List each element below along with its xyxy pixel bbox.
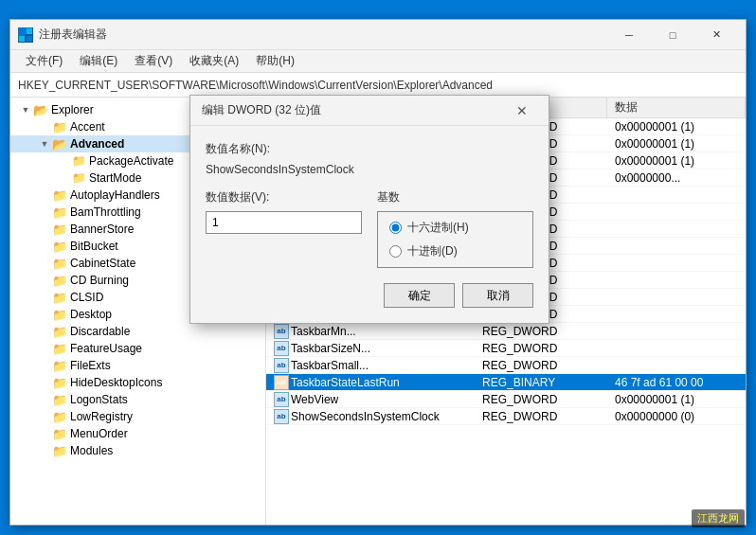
edit-dword-dialog: 编辑 DWORD (32 位)值 ✕ 数值名称(N): ShowSecondsI… [189, 95, 549, 324]
radix-col: 基数 十六进制(H) 十进制(D) [377, 189, 533, 268]
watermark: 江西龙网 [692, 509, 745, 527]
dialog-title: 编辑 DWORD (32 位)值 [202, 102, 507, 118]
value-name-label: 数值名称(N): [206, 141, 533, 157]
dec-radio-text: 十进制(D) [407, 243, 458, 259]
value-name-display: ShowSecondsInSystemClock [206, 163, 533, 176]
dec-radio-label[interactable]: 十进制(D) [389, 243, 521, 259]
value-data-input[interactable] [206, 211, 362, 234]
radix-label: 基数 [377, 189, 533, 205]
dialog-close-button[interactable]: ✕ [507, 98, 537, 124]
hex-radio-label[interactable]: 十六进制(H) [389, 220, 521, 236]
value-data-col: 数值数据(V): [206, 189, 362, 268]
radix-radio-group: 十六进制(H) 十进制(D) [377, 211, 533, 268]
dialog-content: 数值名称(N): ShowSecondsInSystemClock 数值数据(V… [190, 126, 549, 323]
input-row: 数值数据(V): 基数 十六进制(H) 十进制(D) [206, 189, 533, 268]
dialog-buttons: 确定 取消 [206, 283, 533, 308]
hex-radio[interactable] [389, 222, 402, 234]
dialog-overlay: 编辑 DWORD (32 位)值 ✕ 数值名称(N): ShowSecondsI… [0, 0, 756, 535]
value-data-label: 数值数据(V): [206, 189, 362, 205]
dec-radio[interactable] [389, 245, 402, 258]
dialog-title-bar: 编辑 DWORD (32 位)值 ✕ [190, 96, 549, 126]
ok-button[interactable]: 确定 [384, 283, 455, 308]
hex-radio-text: 十六进制(H) [407, 220, 469, 236]
cancel-button[interactable]: 取消 [462, 283, 533, 308]
